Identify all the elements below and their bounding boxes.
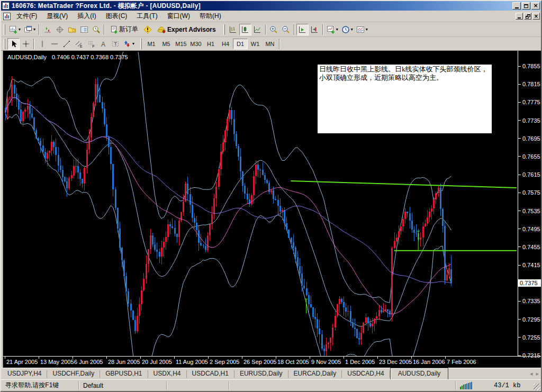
- timeframe-bar: M1M5M15M30H1H4D1W1MN: [144, 39, 277, 49]
- zoom-in-button[interactable]: [268, 24, 280, 35]
- tab-audusd-daily[interactable]: AUDUSD,Daily: [390, 368, 449, 380]
- menu-item-help[interactable]: 帮助(H): [195, 11, 226, 22]
- auto-scroll-button[interactable]: [296, 24, 309, 35]
- metatrader-window: 160676: MetaTrader ?Forex Ltd. - 模拟帐户 - …: [0, 0, 542, 392]
- date-axis-label: 16 Jan 2006: [413, 359, 445, 365]
- menu-item-file[interactable]: 文件(F): [12, 11, 42, 22]
- bar-chart-type-button[interactable]: [227, 24, 239, 35]
- status-profile[interactable]: Default: [79, 381, 167, 390]
- tab-scroll-right-icon[interactable]: ▸: [536, 370, 539, 377]
- mdi-restore-icon: [526, 14, 530, 19]
- mdi-minimize-button[interactable]: [516, 13, 523, 20]
- trendline-button[interactable]: [60, 38, 73, 50]
- zoom-out-button[interactable]: [280, 24, 292, 35]
- menu-item-charts[interactable]: 图表(C): [101, 11, 132, 22]
- tf-button-mn[interactable]: MN: [263, 39, 277, 49]
- tick-chart-button[interactable]: [41, 24, 53, 35]
- tab-scroll-left-icon[interactable]: ◂: [530, 370, 533, 377]
- channel-icon: E: [75, 40, 83, 48]
- minimize-button[interactable]: [512, 2, 521, 10]
- tf-button-m30[interactable]: M30: [188, 39, 203, 49]
- menu-item-view[interactable]: 显视(V): [42, 11, 73, 22]
- pointer-icon: [10, 40, 18, 48]
- chart-shift-button[interactable]: [309, 24, 321, 35]
- arrows-icon: [123, 40, 131, 48]
- tf-button-m1[interactable]: M1: [144, 39, 159, 49]
- fibonacci-button[interactable]: F: [85, 38, 97, 50]
- tab-eurcad-daily[interactable]: EURCAD,Daily: [288, 368, 342, 379]
- status-panel-empty-1: [167, 381, 229, 390]
- menu-item-window[interactable]: 窗口(W): [162, 11, 195, 22]
- tf-button-m15[interactable]: M15: [174, 39, 188, 49]
- date-axis-label: 1 Dec 2005: [345, 359, 375, 365]
- auto-scroll-icon: [298, 25, 306, 34]
- line-chart-type-button[interactable]: [251, 24, 264, 35]
- indicators-button[interactable]: ▾: [325, 24, 340, 35]
- price-axis-label: 0.7695: [522, 135, 540, 142]
- tf-button-m5[interactable]: M5: [159, 39, 174, 49]
- toolbar-separator: [104, 24, 105, 35]
- toolbar-grip[interactable]: [4, 24, 5, 35]
- tab-gbpusd-h1[interactable]: GBPUSD,H1: [100, 368, 147, 379]
- navigator-button[interactable]: [78, 24, 90, 35]
- price-axis-label: 0.7215: [522, 352, 540, 359]
- date-axis-label: 13 May 2005: [40, 359, 74, 365]
- profiles-button[interactable]: ▾: [22, 24, 37, 35]
- mdi-restore-button[interactable]: [524, 13, 531, 20]
- chart-ohlc-values: 0.7406 0.7437 0.7368 0.7375: [52, 54, 128, 60]
- menu-item-tools[interactable]: 工具(T): [132, 11, 162, 22]
- tab-usdx-h4[interactable]: USDX,H4: [148, 368, 186, 379]
- arrows-button[interactable]: ▾: [121, 38, 136, 50]
- alert-button[interactable]: [141, 24, 153, 35]
- tf-button-w1[interactable]: W1: [248, 39, 263, 49]
- menu-item-insert[interactable]: 插入(I): [73, 11, 101, 22]
- favorites-button[interactable]: [66, 24, 78, 35]
- history-search-button[interactable]: [90, 24, 102, 35]
- alert-warning-icon: [143, 25, 152, 34]
- channel-button[interactable]: E: [73, 38, 85, 50]
- crosshair-tool-button[interactable]: [20, 38, 32, 50]
- date-axis-label: 23 Dec 2005: [379, 359, 412, 365]
- toolbar-separator: [279, 39, 280, 49]
- tab-usdchf-daily[interactable]: USDCHF,Daily: [47, 368, 100, 379]
- tab-usdjpy-h4[interactable]: USDJPY,H4: [2, 368, 47, 379]
- price-axis-label: 0.7455: [522, 244, 540, 250]
- periods-clock-icon: [341, 25, 350, 34]
- resize-grip[interactable]: [534, 384, 540, 390]
- maximize-button[interactable]: [522, 2, 530, 10]
- text-button[interactable]: A: [97, 38, 109, 50]
- price-axis-label: 0.7415: [522, 262, 540, 268]
- price-axis-label: 0.7855: [522, 63, 540, 69]
- crosshair-button[interactable]: [53, 24, 66, 35]
- toolbar-grip[interactable]: [4, 39, 5, 49]
- toolbar-separator: [294, 24, 295, 35]
- candle-chart-type-button[interactable]: [239, 24, 251, 35]
- chevron-down-icon: ▾: [336, 27, 338, 32]
- chart-left-edge: [1, 51, 3, 368]
- tf-button-h1[interactable]: H1: [203, 39, 218, 49]
- new-order-button[interactable]: 新订单: [106, 24, 141, 35]
- expert-advisors-button[interactable]: Expert Advisors: [153, 24, 219, 35]
- chevron-down-icon: ▾: [366, 27, 368, 32]
- horizontal-line-button[interactable]: [48, 38, 60, 50]
- tf-button-h4[interactable]: H4: [218, 39, 233, 49]
- vertical-line-button[interactable]: [36, 38, 48, 50]
- pointer-button[interactable]: [7, 38, 20, 50]
- templates-button[interactable]: ▾: [355, 24, 369, 35]
- tab-usdcad-h4[interactable]: USDCAD,H4: [342, 368, 389, 379]
- new-chart-button[interactable]: ▾: [7, 24, 22, 35]
- toolbar-separator: [265, 24, 266, 35]
- close-button[interactable]: ×: [531, 2, 540, 10]
- tf-button-d1[interactable]: D1: [233, 39, 248, 49]
- text-label-button[interactable]: T: [109, 38, 121, 50]
- price-axis-label: 0.7335: [522, 298, 540, 304]
- price-axis-label: 0.7535: [522, 208, 540, 214]
- mdi-minimize-icon: [518, 17, 521, 19]
- chart-comment-text[interactable]: 日线昨日收中黑上影线。日k线实体收下头部颈线价区，小双顶确立形成，近期策略以高空…: [318, 65, 492, 133]
- toolbar-grip[interactable]: [223, 24, 225, 35]
- tab-usdcad-h1[interactable]: USDCAD,H1: [187, 368, 234, 379]
- mdi-close-button[interactable]: ×: [532, 13, 540, 20]
- toolbar-grip[interactable]: [140, 39, 142, 49]
- tab-eurusd-daily[interactable]: EURUSD,Daily: [234, 368, 288, 379]
- periods-button[interactable]: ▾: [340, 24, 355, 35]
